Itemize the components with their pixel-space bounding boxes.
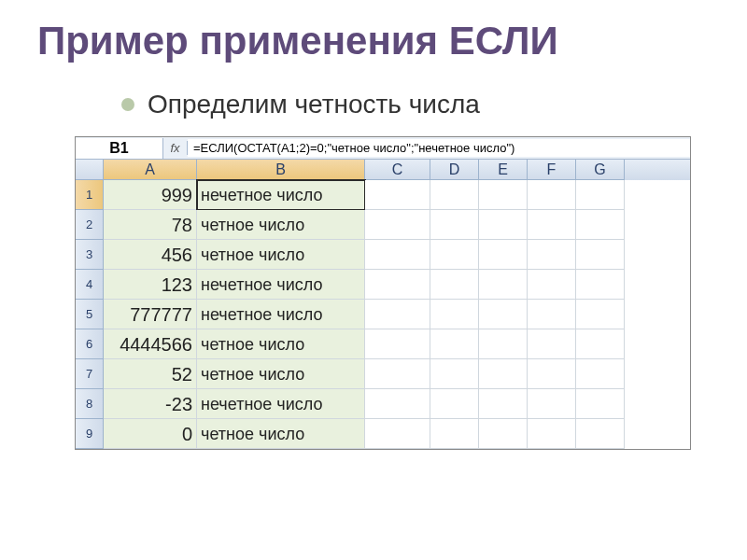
cell[interactable] — [479, 240, 528, 270]
cell[interactable] — [576, 389, 625, 419]
excel-window: B1 fx =ЕСЛИ(ОСТАТ(A1;2)=0;"четное число"… — [75, 136, 691, 450]
page-title: Пример применения ЕСЛИ — [37, 19, 710, 63]
cell[interactable] — [576, 419, 625, 449]
cell[interactable] — [365, 180, 430, 210]
cell[interactable] — [576, 240, 625, 270]
cell[interactable]: 52 — [104, 359, 197, 389]
row-head[interactable]: 2 — [76, 210, 104, 240]
col-head-a[interactable]: A — [104, 160, 197, 180]
subtitle-text: Определим четность числа — [148, 90, 480, 119]
cell[interactable]: четное число — [197, 240, 365, 270]
col-head-c[interactable]: C — [365, 160, 430, 180]
cell[interactable] — [528, 240, 576, 270]
cell[interactable] — [479, 329, 528, 359]
cell[interactable] — [528, 359, 576, 389]
cell[interactable]: нечетное число — [197, 270, 365, 300]
cell[interactable] — [479, 359, 528, 389]
cell[interactable] — [365, 270, 430, 300]
cell[interactable] — [576, 300, 625, 329]
cell[interactable]: нечетное число — [197, 389, 365, 419]
cell[interactable] — [430, 240, 479, 270]
cell[interactable]: 4444566 — [104, 329, 197, 359]
slide: Пример применения ЕСЛИ Определим четност… — [0, 0, 747, 560]
cell[interactable]: -23 — [104, 389, 197, 419]
cell-a1[interactable]: 999 — [104, 180, 197, 210]
cell[interactable] — [430, 419, 479, 449]
table-row: 4 123 нечетное число — [76, 270, 690, 300]
cell[interactable] — [528, 210, 576, 240]
cell[interactable] — [365, 359, 430, 389]
table-row: 2 78 четное число — [76, 210, 690, 240]
table-row: 6 4444566 четное число — [76, 329, 690, 359]
select-all-corner[interactable] — [76, 160, 104, 180]
col-head-g[interactable]: G — [576, 160, 625, 180]
cell[interactable]: 777777 — [104, 300, 197, 329]
formula-bar-row: B1 fx =ЕСЛИ(ОСТАТ(A1;2)=0;"четное число"… — [76, 137, 690, 160]
row-head[interactable]: 5 — [76, 300, 104, 329]
row-head[interactable]: 9 — [76, 419, 104, 449]
table-row: 3 456 четное число — [76, 240, 690, 270]
row-head[interactable]: 7 — [76, 359, 104, 389]
col-head-f[interactable]: F — [528, 160, 576, 180]
cell[interactable] — [576, 270, 625, 300]
row-head[interactable]: 3 — [76, 240, 104, 270]
cell[interactable] — [430, 389, 479, 419]
cell[interactable] — [528, 270, 576, 300]
cell[interactable] — [576, 180, 625, 210]
cell[interactable] — [576, 359, 625, 389]
cell[interactable] — [430, 359, 479, 389]
row-head[interactable]: 6 — [76, 329, 104, 359]
cell[interactable]: 78 — [104, 210, 197, 240]
table-row: 8 -23 нечетное число — [76, 389, 690, 419]
cell[interactable] — [430, 329, 479, 359]
cell[interactable]: нечетное число — [197, 300, 365, 329]
cell[interactable]: четное число — [197, 210, 365, 240]
cell[interactable]: четное число — [197, 329, 365, 359]
cell[interactable] — [479, 180, 528, 210]
col-head-e[interactable]: E — [479, 160, 528, 180]
cell[interactable] — [365, 300, 430, 329]
cell[interactable] — [528, 329, 576, 359]
cell[interactable] — [479, 300, 528, 329]
table-row: 9 0 четное число — [76, 419, 690, 449]
cell[interactable] — [479, 389, 528, 419]
cell[interactable] — [576, 210, 625, 240]
cell[interactable] — [430, 300, 479, 329]
cell[interactable] — [365, 240, 430, 270]
cell[interactable] — [528, 389, 576, 419]
cell[interactable] — [430, 210, 479, 240]
cell[interactable] — [365, 210, 430, 240]
row-head[interactable]: 8 — [76, 389, 104, 419]
cell[interactable] — [528, 300, 576, 329]
name-box[interactable]: B1 — [76, 138, 163, 159]
cell[interactable]: 0 — [104, 419, 197, 449]
cell[interactable] — [479, 419, 528, 449]
cell[interactable] — [365, 419, 430, 449]
cell-b1[interactable]: нечетное число — [197, 180, 365, 210]
fx-icon[interactable]: fx — [163, 141, 188, 155]
col-head-b[interactable]: B — [197, 160, 365, 180]
cell[interactable] — [365, 389, 430, 419]
row-head[interactable]: 4 — [76, 270, 104, 300]
cell[interactable]: четное число — [197, 359, 365, 389]
cell[interactable] — [479, 270, 528, 300]
column-header-row: A B C D E F G — [76, 160, 690, 180]
formula-bar[interactable]: =ЕСЛИ(ОСТАТ(A1;2)=0;"четное число";"нече… — [188, 139, 690, 157]
table-row: 5 777777 нечетное число — [76, 300, 690, 329]
cell[interactable] — [528, 419, 576, 449]
cell[interactable]: четное число — [197, 419, 365, 449]
cell[interactable]: 123 — [104, 270, 197, 300]
table-row: 1 999 нечетное число — [76, 180, 690, 210]
cell[interactable]: 456 — [104, 240, 197, 270]
cell[interactable] — [430, 180, 479, 210]
cell[interactable] — [479, 210, 528, 240]
cell[interactable] — [576, 329, 625, 359]
row-head[interactable]: 1 — [76, 180, 104, 210]
col-head-d[interactable]: D — [430, 160, 479, 180]
cell[interactable] — [430, 270, 479, 300]
bullet-icon — [121, 98, 134, 111]
cell[interactable] — [528, 180, 576, 210]
subtitle-row: Определим четность числа — [121, 90, 710, 119]
table-row: 7 52 четное число — [76, 359, 690, 389]
cell[interactable] — [365, 329, 430, 359]
